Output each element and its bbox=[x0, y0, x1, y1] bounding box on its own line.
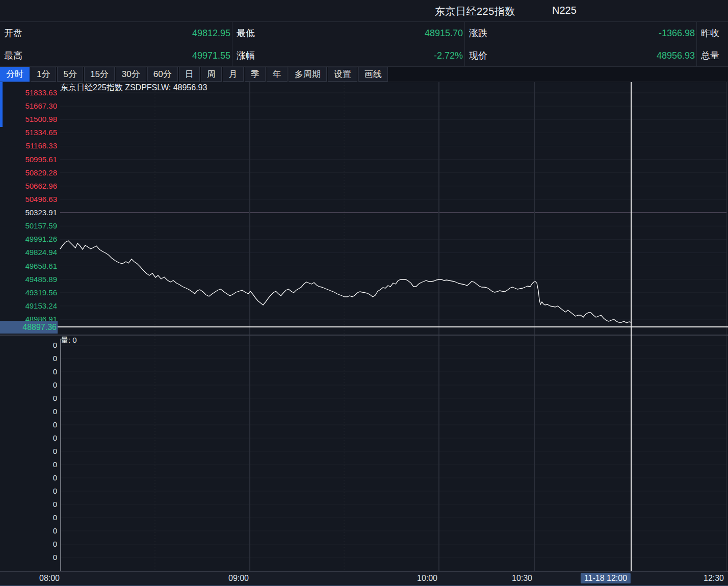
volume-axis-label: 0 bbox=[0, 460, 57, 469]
chart-area[interactable]: 东京日经225指数 ZSDPFSLW: 48956.93 量: 0 51833.… bbox=[0, 0, 728, 586]
quote-last: 现价 48956.93 bbox=[464, 44, 696, 67]
volume-axis-label: 0 bbox=[0, 473, 57, 482]
volume-axis-label: 0 bbox=[0, 540, 57, 549]
price-axis-label: 50995.61 bbox=[0, 155, 57, 164]
price-axis-label: 49153.24 bbox=[0, 301, 57, 311]
quote-open-value: 49812.95 bbox=[192, 28, 230, 39]
quote-info-bar: 开盘 49812.95 最低 48915.70 涨跌 -1366.98 昨收 最… bbox=[0, 22, 728, 67]
price-axis-label: 48986.91 bbox=[0, 315, 57, 324]
quote-row-1: 开盘 49812.95 最低 48915.70 涨跌 -1366.98 昨收 bbox=[0, 22, 728, 44]
price-axis-label: 49658.61 bbox=[0, 262, 57, 271]
quote-last-label: 现价 bbox=[469, 49, 487, 62]
volume-value: 0 bbox=[72, 336, 76, 344]
time-axis-label: 10:30 bbox=[512, 574, 532, 583]
volume-axis-label: 0 bbox=[0, 447, 57, 456]
chart-canvas[interactable] bbox=[0, 0, 728, 586]
volume-axis-label: 0 bbox=[0, 407, 57, 416]
volume-axis-label: 0 bbox=[0, 500, 57, 509]
left-edge-scrollbar[interactable] bbox=[0, 82, 3, 127]
quote-last-value: 48956.93 bbox=[657, 50, 695, 61]
price-axis-label: 50496.63 bbox=[0, 195, 57, 204]
volume-axis-label: 0 bbox=[0, 380, 57, 390]
quote-high-label: 最高 bbox=[4, 49, 22, 62]
tab-day[interactable]: 日 bbox=[179, 67, 200, 82]
quote-change-pct-label: 涨幅 bbox=[237, 49, 255, 62]
tab-multi-period[interactable]: 多周期 bbox=[289, 67, 327, 82]
quote-low-label: 最低 bbox=[237, 27, 255, 39]
tab-1min[interactable]: 1分 bbox=[31, 67, 56, 82]
stock-chart-app: 东京日经225指数 N225 开盘 49812.95 最低 48915.70 涨… bbox=[0, 0, 728, 586]
tab-month[interactable]: 月 bbox=[223, 67, 244, 82]
price-axis-label: 51168.33 bbox=[0, 141, 57, 150]
index-name: 东京日经225指数 bbox=[435, 5, 515, 18]
volume-axis-label: 0 bbox=[0, 513, 57, 522]
time-axis-label: 10:00 bbox=[417, 574, 437, 583]
quote-change-pct: 涨幅 -2.72% bbox=[232, 44, 464, 67]
crosshair-time-label: 11-18 12:00 bbox=[581, 573, 631, 583]
time-axis-label: 08:00 bbox=[39, 574, 60, 583]
time-axis-label: 09:00 bbox=[228, 574, 249, 583]
volume-axis-label: 0 bbox=[0, 526, 57, 536]
volume-title: 量: 0 bbox=[61, 336, 77, 345]
quote-volume-label: 总量 bbox=[701, 49, 719, 62]
quote-change-label: 涨跌 bbox=[469, 27, 487, 39]
price-axis-label: 49485.89 bbox=[0, 275, 57, 284]
quote-prev-close: 昨收 bbox=[696, 22, 728, 44]
quote-volume: 总量 bbox=[696, 44, 728, 67]
price-axis-label: 51667.30 bbox=[0, 101, 57, 111]
price-axis-label: 49824.94 bbox=[0, 248, 57, 257]
price-line bbox=[60, 241, 631, 323]
volume-axis-label: 0 bbox=[0, 354, 57, 363]
quote-high-value: 49971.55 bbox=[192, 50, 230, 61]
tab-draw-line[interactable]: 画线 bbox=[358, 67, 388, 82]
tab-settings[interactable]: 设置 bbox=[328, 67, 357, 82]
price-axis-label: 49319.56 bbox=[0, 288, 57, 297]
price-axis-label: 50829.28 bbox=[0, 168, 57, 177]
time-axis-label: 12:30 bbox=[704, 574, 724, 583]
crosshair-price-label: 48897.36 bbox=[0, 321, 58, 334]
price-axis-label: 51334.65 bbox=[0, 128, 57, 137]
price-axis-label: 50157.59 bbox=[0, 221, 57, 231]
tab-week[interactable]: 周 bbox=[201, 67, 222, 82]
quote-row-2: 最高 49971.55 涨幅 -2.72% 现价 48956.93 总量 bbox=[0, 44, 728, 67]
tab-year[interactable]: 年 bbox=[267, 67, 288, 82]
price-axis-label: 49991.26 bbox=[0, 235, 57, 244]
title-bar: 东京日经225指数 N225 bbox=[0, 0, 728, 22]
period-tab-bar: 分时1分5分15分30分60分日周月季年多周期设置画线 bbox=[0, 67, 728, 82]
quote-prev-close-label: 昨收 bbox=[701, 27, 719, 39]
price-axis-label: 51500.98 bbox=[0, 115, 57, 124]
tab-quarter[interactable]: 季 bbox=[245, 67, 266, 82]
tab-5min[interactable]: 5分 bbox=[57, 67, 83, 82]
volume-axis-label: 0 bbox=[0, 434, 57, 443]
quote-open: 开盘 49812.95 bbox=[0, 22, 232, 44]
price-axis-label: 50323.91 bbox=[0, 208, 57, 217]
tab-15min[interactable]: 15分 bbox=[84, 67, 115, 82]
tab-60min[interactable]: 60分 bbox=[147, 67, 178, 82]
tab-30min[interactable]: 30分 bbox=[116, 67, 146, 82]
volume-axis-label: 0 bbox=[0, 553, 57, 562]
price-axis-label: 50662.96 bbox=[0, 182, 57, 191]
time-axis: 08:0009:0010:0010:3011-18 12:0012:30 bbox=[0, 571, 728, 586]
volume-label: 量: bbox=[61, 336, 70, 344]
index-symbol: N225 bbox=[552, 5, 577, 16]
tab-timeline[interactable]: 分时 bbox=[0, 67, 30, 82]
price-axis-label: 51833.63 bbox=[0, 88, 57, 97]
chart-title: 东京日经225指数 ZSDPFSLW: 48956.93 bbox=[60, 83, 207, 93]
volume-axis-label: 0 bbox=[0, 420, 57, 429]
volume-axis-label: 0 bbox=[0, 487, 57, 496]
quote-high: 最高 49971.55 bbox=[0, 44, 232, 67]
quote-change-value: -1366.98 bbox=[659, 28, 695, 39]
quote-change: 涨跌 -1366.98 bbox=[464, 22, 696, 44]
quote-low: 最低 48915.70 bbox=[232, 22, 464, 44]
volume-axis-label: 0 bbox=[0, 394, 57, 403]
volume-axis-label: 0 bbox=[0, 367, 57, 376]
quote-low-value: 48915.70 bbox=[425, 28, 463, 39]
quote-change-pct-value: -2.72% bbox=[434, 50, 463, 61]
quote-open-label: 开盘 bbox=[4, 27, 22, 39]
volume-axis-label: 0 bbox=[0, 341, 57, 350]
